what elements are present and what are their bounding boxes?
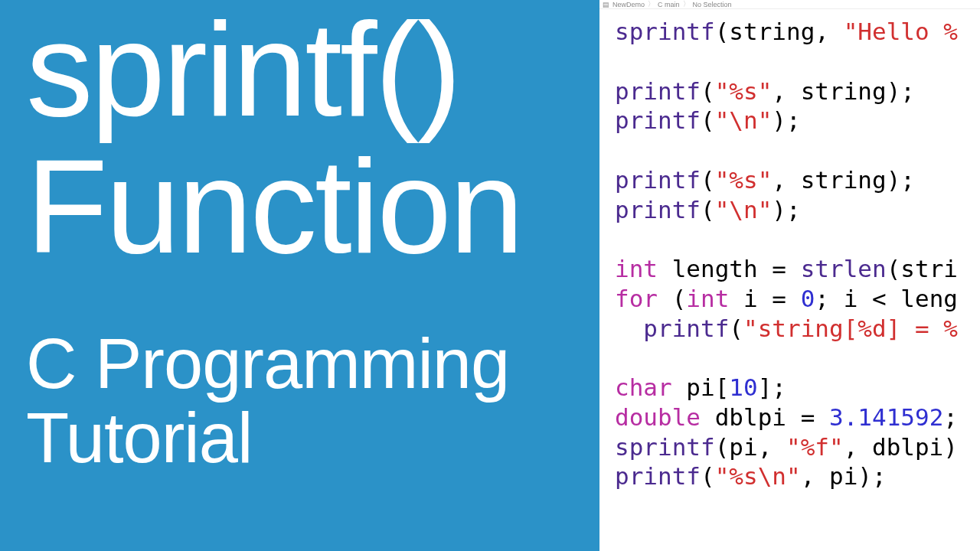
breadcrumb-sep: 〉	[683, 0, 690, 9]
code-editor: sprintf(string, "Hello % printf("%s", st…	[599, 9, 980, 551]
title-line-1: sprintf()	[26, 2, 599, 139]
subtitle-line-2: Tutorial	[26, 401, 599, 475]
code-panel: ▤ NewDemo 〉 C main 〉 No Selection sprint…	[599, 0, 980, 551]
breadcrumb-file: C main	[658, 1, 680, 8]
breadcrumb-project: NewDemo	[612, 1, 645, 8]
breadcrumb-sep: 〉	[648, 0, 655, 9]
project-icon: ▤	[603, 1, 609, 8]
title-panel: sprintf() Function C Programming Tutoria…	[0, 0, 599, 551]
breadcrumb-selection: No Selection	[693, 1, 732, 8]
breadcrumb: ▤ NewDemo 〉 C main 〉 No Selection	[599, 0, 980, 9]
subtitle-line-1: C Programming	[26, 327, 599, 401]
title-line-2: Function	[26, 139, 599, 276]
